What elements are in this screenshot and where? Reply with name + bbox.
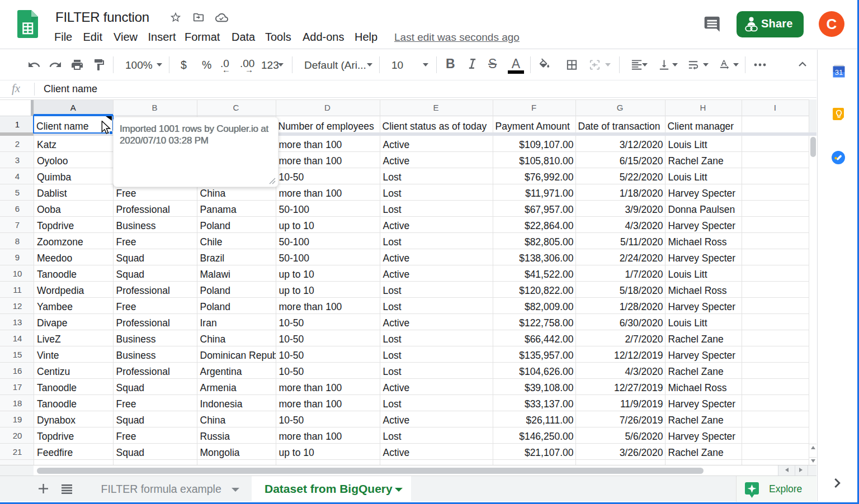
svg-text:31: 31 [835, 68, 843, 77]
